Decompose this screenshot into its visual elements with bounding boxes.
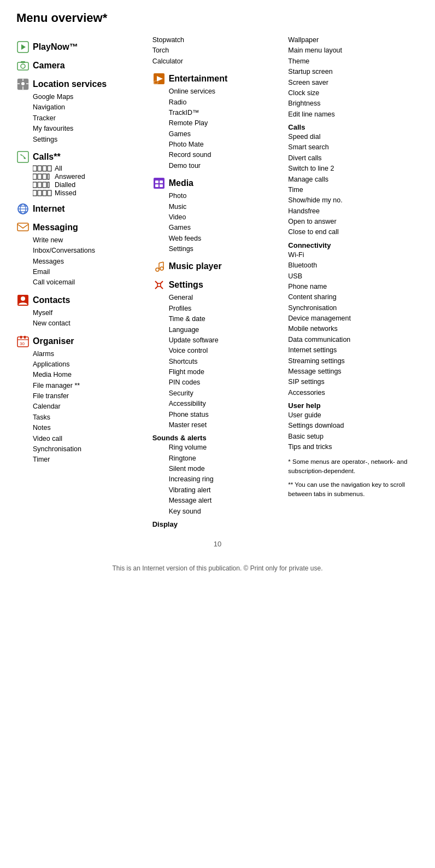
list-item: Mobile networks <box>288 324 419 334</box>
svg-point-50 <box>160 267 163 270</box>
list-item: Basic setup <box>288 432 419 442</box>
list-item: Settings download <box>288 421 419 431</box>
list-item: Phone name <box>288 282 419 292</box>
organiser-icon: 30 <box>16 335 30 348</box>
list-item: Profiles <box>169 304 283 314</box>
list-item: Write new <box>33 235 147 246</box>
playnow-title: PlayNow™ <box>33 42 78 52</box>
camera-icon <box>16 59 30 72</box>
list-item: Increasing ring <box>169 474 283 485</box>
settings-icon <box>152 278 166 292</box>
section-playnow: PlayNow™ <box>16 40 147 54</box>
list-item: Message settings <box>288 366 419 377</box>
media-title: Media <box>169 178 193 188</box>
svg-rect-27 <box>48 190 51 196</box>
list-item: File transfer <box>33 391 147 401</box>
list-item: Streaming settings <box>288 356 419 366</box>
list-item: Answered <box>33 173 147 180</box>
list-item: SIP settings <box>288 377 419 387</box>
svg-rect-13 <box>38 166 42 171</box>
svg-rect-21 <box>38 182 42 188</box>
list-item: General <box>169 293 283 303</box>
svg-rect-48 <box>160 184 163 187</box>
camera-title: Camera <box>33 61 65 71</box>
column-2: Stopwatch Torch Calculator Entertainment… <box>152 35 289 529</box>
calls-icon <box>16 150 30 164</box>
svg-rect-22 <box>43 182 46 188</box>
list-item: Flight mode <box>169 367 283 377</box>
list-item: Startup screen <box>288 67 419 77</box>
list-item: Alarms <box>33 349 147 359</box>
col2-top-items: Stopwatch Torch Calculator <box>152 35 283 67</box>
list-item: Screen saver <box>288 78 419 88</box>
section-entertainment: Entertainment <box>152 72 283 85</box>
svg-rect-11 <box>17 152 28 162</box>
svg-rect-2 <box>17 62 28 70</box>
list-item: Web feeds <box>169 234 283 244</box>
list-item: New contact <box>33 318 147 329</box>
entertainment-title: Entertainment <box>169 74 228 84</box>
list-item: Switch to line 2 <box>288 164 419 174</box>
list-item: Missed <box>33 189 147 197</box>
svg-point-35 <box>21 296 25 301</box>
footer-text: This is an Internet version of this publ… <box>16 564 419 572</box>
calls-title: Calls** <box>33 152 61 162</box>
svg-rect-25 <box>38 190 42 196</box>
contacts-icon <box>16 294 30 307</box>
all-bars-icon <box>33 165 52 172</box>
list-item: Speed dial <box>288 132 419 142</box>
column-3: Wallpaper Main menu layout Theme Startup… <box>288 35 419 499</box>
section-organiser: 30 Organiser <box>16 335 147 348</box>
svg-rect-4 <box>21 61 25 63</box>
list-item: Tips and tricks <box>288 442 419 452</box>
sounds-items: Ring volume Ringtone Silent mode Increas… <box>152 442 283 517</box>
answered-label: Answered <box>55 173 85 180</box>
svg-line-52 <box>159 262 163 263</box>
entertainment-items: Online services Radio TrackID™ Remote Pl… <box>152 86 283 171</box>
list-item: Clock size <box>288 88 419 98</box>
list-item: Calendar <box>33 401 147 412</box>
column-1: PlayNow™ Camera <box>16 35 152 468</box>
list-item: Manage calls <box>288 174 419 185</box>
list-item: Brightness <box>288 98 419 109</box>
media-items: Photo Music Video Games Web feeds Settin… <box>152 191 283 254</box>
svg-rect-15 <box>48 166 51 171</box>
list-item: Video <box>169 212 283 223</box>
list-item: Divert calls <box>288 153 419 164</box>
list-item: Games <box>169 223 283 233</box>
list-item: Torch <box>152 45 283 56</box>
list-item: PIN codes <box>169 377 283 388</box>
list-item: Phone status <box>169 410 283 420</box>
svg-rect-16 <box>33 174 37 179</box>
section-calls: Calls** <box>16 150 147 164</box>
list-item: Media Home <box>33 370 147 380</box>
messaging-title: Messaging <box>33 223 78 232</box>
location-icon <box>16 78 30 91</box>
list-item: Time & date <box>169 314 283 324</box>
list-item: Stopwatch <box>152 35 283 45</box>
list-item: Google Maps <box>33 92 147 102</box>
playnow-icon <box>16 40 30 54</box>
messaging-items: Write new Inbox/Conversations Messages E… <box>16 235 147 288</box>
list-item: Tracker <box>33 113 147 124</box>
section-settings: Settings <box>152 278 283 292</box>
list-item: Show/hide my no. <box>288 195 419 206</box>
list-item: Ringtone <box>169 453 283 464</box>
note-1: * Some menus are operator-, network- and… <box>288 457 419 476</box>
settings-title: Settings <box>169 280 203 290</box>
list-item: Security <box>169 388 283 399</box>
list-item: Record sound <box>169 150 283 160</box>
list-item: Message alert <box>169 496 283 506</box>
page-title: Menu overview* <box>16 11 419 25</box>
list-item: Remote Play <box>169 118 283 129</box>
list-item: Applications <box>33 359 147 370</box>
list-item: Bluetooth <box>288 260 419 271</box>
list-item: Dialled <box>33 181 147 189</box>
list-item: Timer <box>33 455 147 465</box>
list-item: Calculator <box>152 56 283 67</box>
list-item: Games <box>169 129 283 139</box>
list-item: Demo tour <box>169 161 283 171</box>
list-item: Internet settings <box>288 345 419 356</box>
svg-point-56 <box>157 283 161 287</box>
svg-rect-18 <box>43 174 46 179</box>
